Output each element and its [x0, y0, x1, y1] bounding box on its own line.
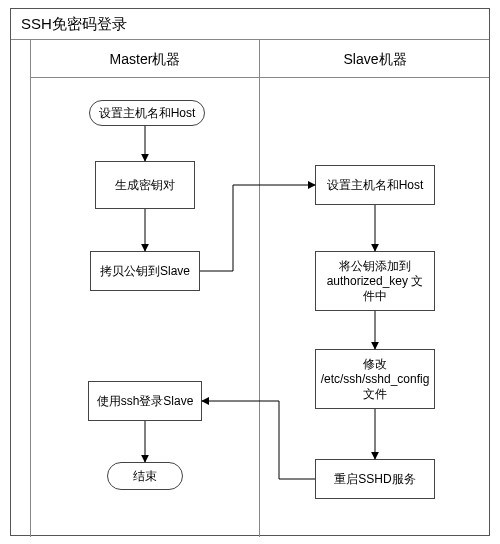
swimlane-stub	[11, 40, 31, 537]
node-sethost: 设置主机名和Host	[315, 165, 435, 205]
node-start: 设置主机名和Host	[89, 100, 205, 126]
node-copykey: 拷贝公钥到Slave	[90, 251, 200, 291]
diagram-title: SSH免密码登录	[21, 15, 127, 34]
diagram-frame: SSH免密码登录 Master机器 Slave机器 设置主机名和Host 生成密…	[10, 8, 490, 536]
swimlane-divider	[259, 40, 260, 537]
title-separator	[11, 39, 489, 40]
node-sshdconf: 修改 /etc/ssh/sshd_config文件	[315, 349, 435, 409]
column-header-slave: Slave机器	[261, 46, 489, 72]
node-restart: 重启SSHD服务	[315, 459, 435, 499]
column-header-master: Master机器	[31, 46, 259, 72]
column-header-separator	[31, 77, 489, 78]
node-login: 使用ssh登录Slave	[88, 381, 202, 421]
node-genkey: 生成密钥对	[95, 161, 195, 209]
node-authkey: 将公钥添加到 authorized_key 文件中	[315, 251, 435, 311]
node-end: 结束	[107, 462, 183, 490]
